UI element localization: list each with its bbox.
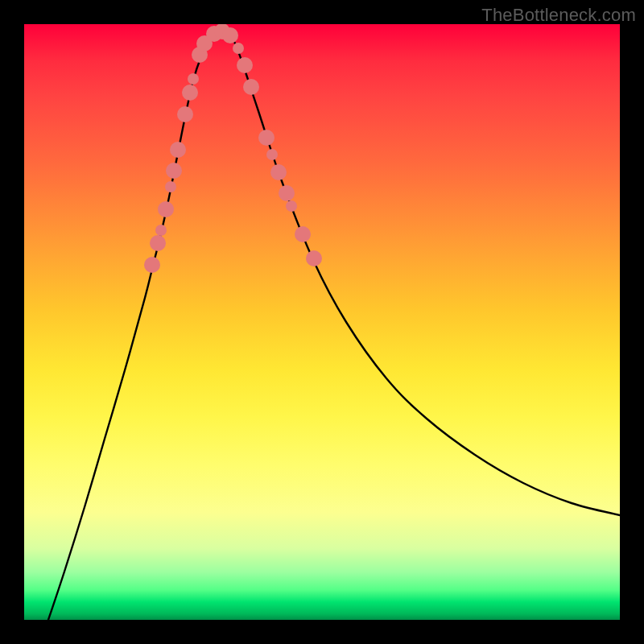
chart-svg bbox=[24, 24, 620, 620]
watermark-text: TheBottleneck.com bbox=[481, 5, 636, 26]
data-point-marker bbox=[155, 225, 167, 236]
data-point-marker bbox=[258, 130, 275, 146]
data-point-marker bbox=[188, 73, 199, 85]
data-point-marker bbox=[266, 149, 278, 160]
data-point-marker bbox=[158, 201, 174, 217]
data-point-marker bbox=[165, 181, 176, 192]
data-point-marker bbox=[306, 250, 322, 266]
data-point-marker bbox=[270, 164, 287, 180]
data-point-marker bbox=[182, 85, 198, 101]
data-point-marker bbox=[237, 57, 253, 73]
data-point-marker bbox=[166, 163, 182, 179]
data-point-marker bbox=[170, 142, 186, 158]
bottleneck-curve bbox=[48, 31, 620, 620]
data-point-marker bbox=[150, 235, 166, 251]
data-point-marker bbox=[286, 200, 297, 212]
chart-frame: TheBottleneck.com bbox=[0, 0, 644, 644]
data-point-marker bbox=[144, 257, 160, 273]
marker-layer bbox=[144, 24, 322, 273]
data-point-marker bbox=[233, 43, 244, 54]
data-point-marker bbox=[243, 79, 259, 95]
data-point-marker bbox=[295, 226, 311, 242]
data-point-marker bbox=[279, 185, 295, 201]
data-point-marker bbox=[177, 106, 193, 122]
curve-layer bbox=[48, 31, 620, 620]
data-point-marker bbox=[222, 27, 238, 43]
plot-area bbox=[24, 24, 620, 620]
